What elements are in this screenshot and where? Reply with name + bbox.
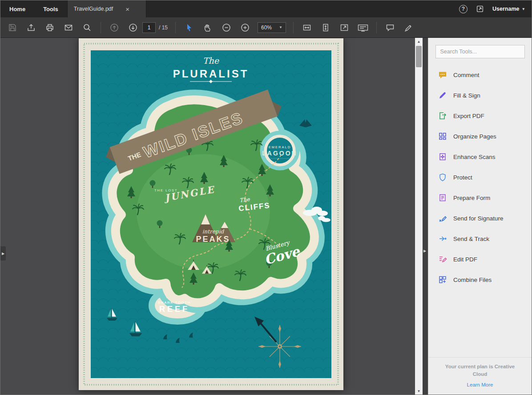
export-pdf-icon (438, 111, 447, 120)
tool-item-edit-pdf[interactable]: Edit PDF (428, 249, 532, 269)
zoom-level-value: 60% (261, 24, 272, 31)
highlighter-icon (404, 23, 414, 33)
tool-label: Organize Pages (453, 133, 496, 140)
reading-mode-button[interactable] (354, 20, 372, 35)
tool-item-protect[interactable]: Protect (428, 167, 532, 187)
previous-page-button[interactable] (105, 20, 124, 35)
tool-item-export-pdf[interactable]: Export PDF (428, 106, 532, 126)
tool-label: Combine Files (453, 277, 492, 283)
email-button[interactable] (59, 20, 78, 35)
cliffs-label-small: The (239, 196, 250, 204)
previous-page-icon (109, 23, 119, 33)
tool-label: Protect (453, 174, 472, 181)
next-page-button[interactable] (124, 20, 142, 35)
tab-tools[interactable]: Tools (34, 0, 67, 17)
select-tool-button[interactable] (180, 20, 198, 35)
document-tab[interactable]: TravelGuide.pdf × (67, 0, 146, 17)
page-number-input[interactable] (142, 22, 156, 33)
tool-label: Enhance Scans (453, 154, 496, 160)
vertical-scrollbar[interactable]: ▲ ▼ (415, 38, 423, 395)
acrobat-window: Home Tools TravelGuide.pdf × ? Username … (0, 0, 532, 395)
travel-poster-graphic: The PLURALIST THE WILD ISLES (79, 38, 343, 390)
adobe-cloud-icon[interactable] (476, 4, 484, 13)
titlebar-tabs: Home Tools TravelGuide.pdf × (0, 0, 146, 17)
masthead-the: The (203, 56, 220, 65)
fit-page-icon (321, 23, 330, 33)
comment-tool-button[interactable] (381, 20, 399, 35)
tool-label: Prepare Form (453, 195, 490, 201)
find-button[interactable] (78, 20, 97, 35)
organize-pages-icon (438, 132, 447, 141)
print-button[interactable] (40, 20, 59, 35)
enhance-scans-icon (438, 152, 447, 161)
right-panel-toggle[interactable]: ▶ (423, 38, 428, 395)
plan-text: Your current plan is Creative Cloud (438, 363, 522, 379)
fullscreen-icon (339, 23, 349, 33)
scroll-up-icon[interactable]: ▲ (415, 38, 423, 45)
toolbar-separator (101, 22, 101, 33)
share-button[interactable] (22, 20, 40, 35)
print-icon (45, 23, 55, 33)
protect-shield-icon (438, 173, 447, 182)
left-panel-toggle[interactable]: ▶ (0, 246, 6, 261)
tool-label: Fill & Sign (453, 92, 480, 99)
zoom-level-dropdown[interactable]: 60% ▼ (258, 22, 286, 33)
zoom-out-button[interactable] (217, 20, 236, 35)
fit-page-button[interactable] (316, 20, 335, 35)
tool-item-prepare-form[interactable]: Prepare Form (428, 187, 532, 208)
plan-footer: Your current plan is Creative Cloud Lear… (428, 357, 532, 395)
fit-width-button[interactable] (298, 20, 316, 35)
scroll-down-icon[interactable]: ▼ (415, 387, 423, 395)
zoom-in-icon (240, 23, 250, 33)
titlebar-actions: ? Username ▾ (459, 0, 532, 17)
fit-width-icon (302, 23, 312, 33)
tool-label: Edit PDF (453, 256, 477, 263)
zoom-out-icon (222, 23, 231, 33)
save-icon (8, 23, 17, 33)
tool-item-send-for-signature[interactable]: Send for Signature (428, 208, 532, 228)
toolbar-separator (175, 22, 176, 33)
zoom-in-button[interactable] (236, 20, 254, 35)
prepare-form-icon (438, 193, 447, 202)
document-viewer[interactable]: The PLURALIST THE WILD ISLES (0, 38, 423, 395)
tool-item-combine-files[interactable]: Combine Files (428, 269, 532, 290)
masthead-title: PLURALIST (173, 68, 249, 80)
scrollbar-thumb[interactable] (416, 46, 422, 67)
titlebar: Home Tools TravelGuide.pdf × ? Username … (0, 0, 532, 17)
next-page-icon (128, 23, 138, 33)
peaks-label-small: intrepid (202, 228, 225, 235)
fullscreen-button[interactable] (335, 20, 354, 35)
toolbar-separator (293, 22, 294, 33)
tool-item-enhance-scans[interactable]: Enhance Scans (428, 147, 532, 167)
edit-pdf-icon (438, 255, 447, 264)
search-icon (82, 23, 92, 33)
username-label: Username (492, 6, 519, 12)
help-icon[interactable]: ? (459, 5, 468, 13)
main-area: The PLURALIST THE WILD ISLES (0, 38, 532, 395)
learn-more-link[interactable]: Learn More (467, 382, 493, 387)
save-button[interactable] (3, 20, 22, 35)
close-tab-icon[interactable]: × (125, 6, 129, 12)
tool-label: Comment (453, 72, 480, 78)
reef-label: REEF (159, 305, 189, 314)
tool-item-organize-pages[interactable]: Organize Pages (428, 126, 532, 147)
hand-tool-button[interactable] (198, 20, 217, 35)
tool-list: Comment Fill & Sign Export PDF (428, 65, 532, 290)
hand-tool-icon (203, 23, 213, 33)
send-signature-icon (438, 214, 447, 223)
chevron-right-icon: ▶ (423, 249, 426, 253)
tool-item-comment[interactable]: Comment (428, 65, 532, 85)
user-menu[interactable]: Username ▾ (492, 6, 524, 12)
tab-home[interactable]: Home (0, 0, 34, 17)
send-track-icon (438, 234, 447, 243)
select-tool-icon (184, 23, 194, 33)
tool-item-send-track[interactable]: Send & Track (428, 228, 532, 249)
page-count-label: / 15 (159, 24, 168, 31)
tool-item-fill-sign[interactable]: Fill & Sign (428, 85, 532, 106)
search-tools-input[interactable] (435, 45, 525, 58)
combine-files-icon (438, 275, 447, 284)
peaks-label: PEAKS (196, 235, 230, 244)
highlight-tool-button[interactable] (399, 20, 418, 35)
fill-sign-icon (438, 91, 447, 100)
reading-mode-icon (357, 23, 369, 33)
